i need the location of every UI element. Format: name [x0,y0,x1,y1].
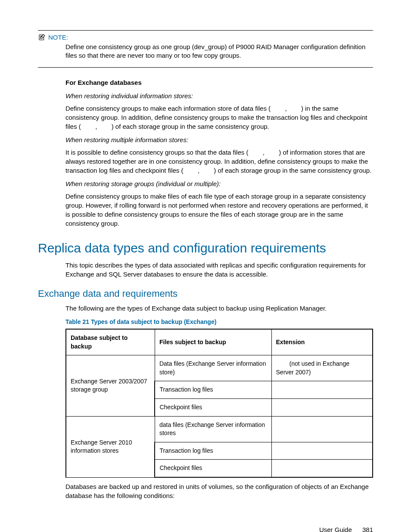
table-row: Exchange Server 2003/2007 storage group … [66,355,373,381]
table-cell [271,460,373,477]
restore-individual-body: Define consistency groups to make each i… [65,104,373,131]
table-cell: Data files (Exchange Server information … [155,355,271,381]
table-cell: Transaction log files [155,442,271,460]
table-cell: data files (Exchange Server information … [155,416,271,442]
note-icon [38,33,46,41]
restore-storage-heading: When restoring storage groups (individua… [65,179,373,188]
table-cell: Checkpoint files [155,460,271,477]
page-number: 381 [362,526,373,532]
table-cell: Checkpoint files [155,399,271,417]
table-cell: Exchange Server 2010 information stores [66,416,155,477]
table-cell [271,399,373,417]
table-cell [271,381,373,399]
section-intro: This topic describes the types of data a… [65,261,373,279]
restore-individual-heading: When restoring individual information st… [65,91,373,100]
table-cell: Exchange Server 2003/2007 storage group [66,355,155,416]
subsection-intro: The following are the types of Exchange … [65,304,373,313]
note-block: NOTE: Define one consistency group as on… [38,30,373,68]
restore-multiple-heading: When restoring multiple information stor… [65,135,373,144]
table-header: Database subject to backup [66,329,155,355]
after-table-para: Databases are backed up and restored in … [65,482,373,500]
page-footer: User Guide 381 [38,526,373,532]
subsection-heading: Exchange data and requirements [38,288,373,299]
footer-label: User Guide [319,526,352,532]
table-header: Files subject to backup [155,329,271,355]
table-cell: Transaction log files [155,381,271,399]
table-header: Extension [271,329,373,355]
restore-multiple-body: It is possible to define consistency gro… [65,148,373,175]
backup-types-table: Database subject to backup Files subject… [65,329,373,478]
table-cell [271,442,373,460]
note-body: Define one consistency group as one grou… [65,43,373,65]
table-cell [271,416,373,442]
table-row: Exchange Server 2010 information stores … [66,416,373,442]
restore-storage-body: Define consistency groups to make files … [65,192,373,228]
table-caption: Table 21 Types of data subject to backup… [65,318,373,327]
note-label: NOTE: [48,34,68,41]
section-heading: Replica data types and configuration req… [38,241,373,255]
exchange-heading: For Exchange databases [65,78,373,87]
table-cell: (not used in Exchange Server 2007) [271,355,373,381]
